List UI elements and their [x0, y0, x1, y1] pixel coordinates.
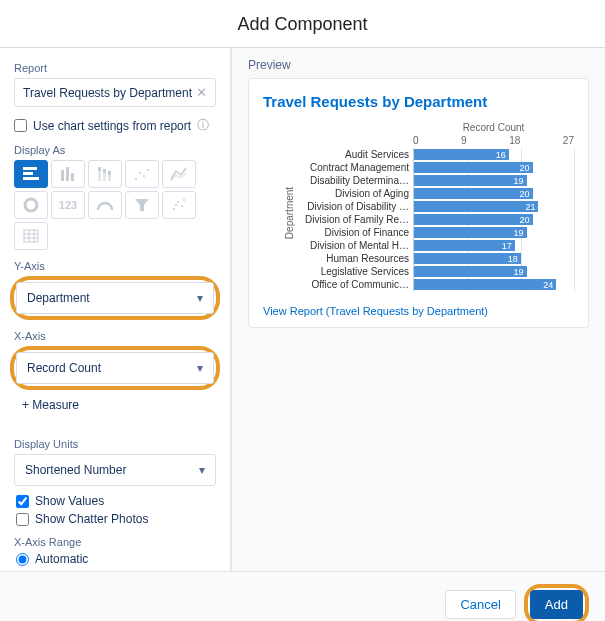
- svg-point-12: [135, 178, 137, 180]
- category-label: Division of Finance: [285, 226, 413, 239]
- svg-rect-6: [98, 171, 101, 181]
- x-range-label: X-Axis Range: [14, 536, 216, 548]
- bar-row: 16: [414, 148, 574, 161]
- category-label: Human Resources: [285, 252, 413, 265]
- show-values-checkbox[interactable]: [16, 495, 29, 508]
- chart-type-stacked-100[interactable]: [125, 160, 159, 188]
- footer: Cancel Add: [0, 571, 605, 621]
- bar: 19: [414, 227, 527, 238]
- svg-rect-11: [108, 171, 111, 175]
- info-icon[interactable]: ⓘ: [197, 117, 209, 134]
- category-label: Division of Disability …: [285, 200, 413, 213]
- bar-value: 18: [508, 254, 518, 264]
- preview-title: Travel Requests by Department: [263, 93, 574, 110]
- bar: 19: [414, 175, 527, 186]
- svg-rect-0: [23, 167, 37, 170]
- view-report-link[interactable]: View Report (Travel Requests by Departme…: [263, 305, 574, 317]
- chart-type-table[interactable]: [14, 222, 48, 250]
- add-measure-button[interactable]: + Measure: [14, 398, 216, 412]
- x-range-custom-radio[interactable]: [16, 571, 29, 572]
- svg-rect-2: [23, 177, 39, 180]
- y-axis-value: Department: [27, 291, 90, 305]
- chart-type-metric[interactable]: 123: [51, 191, 85, 219]
- category-label: Disability Determina…: [285, 174, 413, 187]
- chart-type-funnel[interactable]: [125, 191, 159, 219]
- svg-marker-17: [135, 199, 149, 211]
- y-axis-label: Y-Axis: [14, 260, 216, 272]
- bar-value: 17: [502, 241, 512, 251]
- bar-row: 18: [414, 252, 574, 265]
- bar-row: 20: [414, 213, 574, 226]
- display-units-select[interactable]: Shortened Number ▾: [14, 454, 216, 486]
- chevron-down-icon: ▾: [199, 463, 205, 477]
- chart-type-gauge[interactable]: [88, 191, 122, 219]
- svg-rect-5: [71, 173, 74, 181]
- x-axis-highlight: Record Count ▾: [10, 346, 220, 390]
- chevron-down-icon: ▾: [197, 361, 203, 375]
- x-tick: 18: [509, 135, 520, 146]
- bar: 20: [414, 188, 533, 199]
- bar-value: 16: [496, 150, 506, 160]
- report-label: Report: [14, 62, 216, 74]
- chart-type-donut[interactable]: [14, 191, 48, 219]
- chart-type-scatter[interactable]: [162, 191, 196, 219]
- bar-value: 20: [520, 163, 530, 173]
- left-config-panel: Report Travel Requests by Department ✕ U…: [0, 48, 232, 571]
- preview-card: Travel Requests by Department Record Cou…: [248, 78, 589, 328]
- svg-point-20: [181, 205, 183, 207]
- bar-row: 20: [414, 161, 574, 174]
- x-tick: 27: [563, 135, 574, 146]
- bar: 17: [414, 240, 515, 251]
- svg-point-18: [173, 208, 175, 210]
- svg-point-22: [175, 204, 177, 206]
- svg-rect-3: [61, 170, 64, 181]
- chart-type-line[interactable]: [162, 160, 196, 188]
- category-label: Division of Mental H…: [285, 239, 413, 252]
- chart-type-grid: 123: [14, 160, 216, 250]
- x-axis-select[interactable]: Record Count ▾: [16, 352, 214, 384]
- svg-rect-23: [24, 230, 38, 242]
- x-axis-title: Record Count: [263, 122, 574, 133]
- x-range-auto-radio[interactable]: [16, 553, 29, 566]
- svg-rect-8: [103, 173, 106, 181]
- show-chatter-checkbox[interactable]: [16, 513, 29, 526]
- bar-row: 19: [414, 174, 574, 187]
- report-value: Travel Requests by Department: [23, 86, 192, 100]
- svg-point-16: [25, 199, 37, 211]
- y-axis-title: Department: [284, 187, 295, 239]
- chevron-down-icon: ▾: [197, 291, 203, 305]
- category-label: Legislative Services: [285, 265, 413, 278]
- display-units-label: Display Units: [14, 438, 216, 450]
- y-axis-highlight: Department ▾: [10, 276, 220, 320]
- bar: 16: [414, 149, 509, 160]
- bar-column: 1620192021201917181924: [413, 148, 574, 291]
- add-button[interactable]: Add: [530, 590, 583, 619]
- clear-icon[interactable]: ✕: [196, 85, 207, 100]
- chart-type-vertical-bar[interactable]: [51, 160, 85, 188]
- svg-point-15: [147, 169, 149, 171]
- chart-type-stacked-bar[interactable]: [88, 160, 122, 188]
- report-input[interactable]: Travel Requests by Department ✕: [14, 78, 216, 107]
- use-chart-settings-checkbox[interactable]: [14, 119, 27, 132]
- bar: 18: [414, 253, 521, 264]
- bar: 24: [414, 279, 556, 290]
- svg-rect-10: [108, 175, 111, 181]
- chart-type-horizontal-bar[interactable]: [14, 160, 48, 188]
- y-axis-select[interactable]: Department ▾: [16, 282, 214, 314]
- bar-row: 17: [414, 239, 574, 252]
- cancel-button[interactable]: Cancel: [445, 590, 515, 619]
- svg-rect-9: [103, 169, 106, 173]
- preview-panel: Preview Travel Requests by Department Re…: [232, 48, 605, 571]
- bar: 20: [414, 162, 533, 173]
- category-label: Contract Management: [285, 161, 413, 174]
- svg-point-13: [139, 172, 141, 174]
- bar-value: 19: [514, 176, 524, 186]
- bar-row: 19: [414, 265, 574, 278]
- svg-point-14: [143, 175, 145, 177]
- category-label: Audit Services: [285, 148, 413, 161]
- category-column: Audit ServicesContract ManagementDisabil…: [285, 148, 413, 291]
- bar-value: 20: [520, 189, 530, 199]
- bar: 20: [414, 214, 533, 225]
- bar-value: 20: [520, 215, 530, 225]
- x-range-custom-label: Custom: [35, 570, 76, 571]
